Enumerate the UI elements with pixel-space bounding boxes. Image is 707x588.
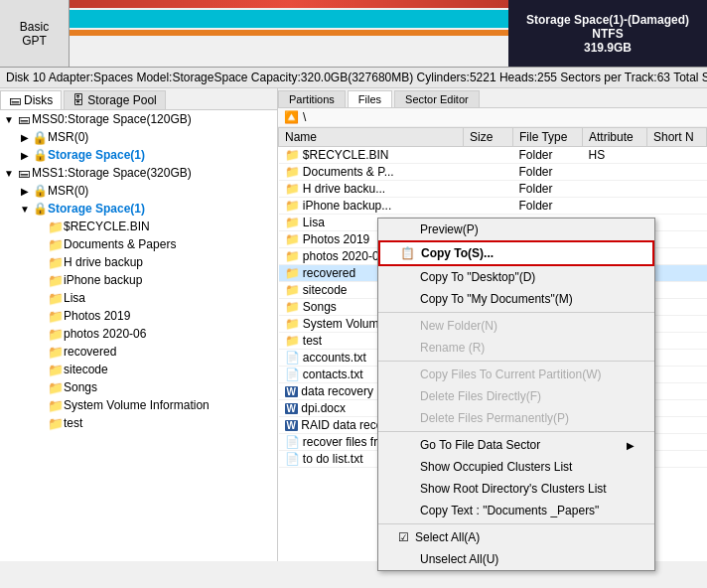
tree-item-srecycle[interactable]: 📁 $RECYCLE.BIN — [0, 218, 277, 235]
breadcrumb: 🔼 \ — [278, 108, 707, 127]
file-type: Folder — [513, 147, 583, 164]
main-layout: 🖴 Disks 🗄 Storage Pool ▼ 🖴 MSS0:Storage … — [0, 88, 707, 561]
submenu-arrow-icon: ▶ — [627, 440, 635, 451]
tree-label-photos2019: Photos 2019 — [64, 309, 130, 323]
ctx-item-goto_sector[interactable]: Go To File Data Sector▶ — [378, 434, 654, 456]
folder-icon-photos202006: 📁 — [48, 326, 64, 342]
col-size[interactable]: Size — [464, 128, 513, 147]
tree-item-iphonebackup[interactable]: 📁 iPhone backup — [0, 271, 277, 289]
ctx-item-copy_mydocs[interactable]: Copy To "My Documents"(M) — [378, 288, 654, 310]
file-shortname — [647, 147, 707, 164]
folder-icon-hdrivebackup: 📁 — [48, 254, 64, 270]
tree-item-msr0[interactable]: ▶ 🔒 MSR(0) — [0, 128, 277, 146]
tree-label-lisa: Lisa — [64, 291, 85, 305]
folder-icon-docspapers: 📁 — [48, 236, 64, 252]
ctx-item-show_clusters[interactable]: Show Occupied Clusters List — [378, 456, 654, 478]
ctx-label: Unselect All(U) — [420, 552, 498, 566]
ctx-item-copy_text[interactable]: Copy Text : "Documents _Papers" — [378, 500, 654, 521]
file-attr: HS — [583, 147, 647, 164]
disk-partition-type: GPT — [22, 34, 47, 48]
file-shortname — [647, 417, 707, 434]
tree-label-msr1: MSR(0) — [48, 184, 88, 198]
tab-files[interactable]: Files — [348, 90, 392, 107]
disk-visual — [70, 0, 508, 67]
tree-label-ss1: Storage Space(1) — [48, 148, 145, 162]
table-row[interactable]: 📁 iPhone backup... Folder — [279, 198, 707, 215]
toggle-msr1[interactable]: ▶ — [18, 186, 32, 197]
tab-sector-editor[interactable]: Sector Editor — [394, 90, 480, 107]
select-all-icon: ☑ — [398, 530, 409, 544]
file-attr — [583, 198, 647, 215]
toggle-mss0[interactable]: ▼ — [2, 114, 16, 125]
tree-item-hdrivebackup[interactable]: 📁 H drive backup — [0, 253, 277, 271]
table-row[interactable]: 📁 H drive backu... Folder — [279, 181, 707, 198]
tree-item-sitecode[interactable]: 📁 sitecode — [0, 361, 277, 378]
tree-item-ss1[interactable]: ▶ 🔒 Storage Space(1) — [0, 146, 277, 164]
file-shortname — [647, 434, 707, 451]
file-name[interactable]: 📁 $RECYCLE.BIN — [279, 147, 464, 164]
col-name[interactable]: Name — [279, 128, 464, 147]
ctx-label: Copy To "Desktop"(D) — [420, 270, 535, 284]
ctx-item-preview[interactable]: Preview(P) — [378, 219, 654, 240]
tree-item-photos2019[interactable]: 📁 Photos 2019 — [0, 307, 277, 325]
ctx-label: Show Root Directory's Clusters List — [420, 482, 607, 496]
file-name[interactable]: 📁 Documents & P... — [279, 164, 464, 181]
folder-icon-recovered: 📁 — [48, 344, 64, 360]
tree-item-mss0[interactable]: ▼ 🖴 MSS0:Storage Space(120GB) — [0, 110, 277, 128]
tree-item-lisa[interactable]: 📁 Lisa — [0, 289, 277, 307]
file-name[interactable]: 📁 iPhone backup... — [279, 198, 464, 215]
file-type: Folder — [513, 164, 583, 181]
tree-item-mss1[interactable]: ▼ 🖴 MSS1:Storage Space(320GB) — [0, 164, 277, 182]
tree-item-recovered[interactable]: 📁 recovered — [0, 343, 277, 361]
file-shortname — [647, 367, 707, 383]
tree-label-recovered: recovered — [64, 345, 116, 359]
file-shortname — [647, 299, 707, 316]
folder-icon-photos2019: 📁 — [48, 308, 64, 324]
toggle-ss1[interactable]: ▶ — [18, 150, 32, 161]
ctx-item-unselect_all[interactable]: Unselect All(U) — [378, 548, 654, 570]
tab-storage-pool[interactable]: 🗄 Storage Pool — [64, 90, 165, 109]
ctx-item-select_all[interactable]: ☑Select All(A) — [378, 526, 654, 548]
ctx-item-copy_desktop[interactable]: Copy To "Desktop"(D) — [378, 266, 654, 288]
tree-item-songs[interactable]: 📁 Songs — [0, 378, 277, 396]
toggle-mss1[interactable]: ▼ — [2, 168, 16, 179]
ctx-label: Go To File Data Sector — [420, 438, 540, 452]
ctx-item-show_root[interactable]: Show Root Directory's Clusters List — [378, 478, 654, 500]
file-shortname — [647, 215, 707, 231]
toggle-ss1b[interactable]: ▼ — [18, 204, 32, 215]
tab-partitions[interactable]: Partitions — [278, 90, 346, 107]
tree-label-sysvolinfo: System Volume Information — [64, 398, 210, 412]
ctx-label: Preview(P) — [420, 222, 479, 236]
tab-disks[interactable]: 🖴 Disks — [0, 90, 62, 109]
tree-item-ss1b[interactable]: ▼ 🔒 Storage Space(1) — [0, 200, 277, 218]
ctx-label: Delete Files Directly(F) — [420, 389, 541, 403]
tree-label-docspapers: Documents & Papers — [64, 237, 176, 251]
ctx-item-new_folder: New Folder(N) — [378, 315, 654, 337]
ctx-label: Copy To "My Documents"(M) — [420, 292, 573, 306]
file-attr — [583, 164, 647, 181]
tree-item-sysvolinfo[interactable]: 📁 System Volume Information — [0, 396, 277, 414]
file-size — [464, 181, 513, 198]
file-shortname — [647, 383, 707, 400]
file-shortname — [647, 316, 707, 333]
toggle-msr0[interactable]: ▶ — [18, 132, 32, 143]
tree-item-test[interactable]: 📁 test — [0, 414, 277, 432]
tree-item-docspapers[interactable]: 📁 Documents & Papers — [0, 235, 277, 253]
table-row[interactable]: 📁 Documents & P... Folder — [279, 164, 707, 181]
col-filetype[interactable]: File Type — [513, 128, 583, 147]
breadcrumb-path: \ — [303, 110, 306, 124]
tree-item-msr1[interactable]: ▶ 🔒 MSR(0) — [0, 182, 277, 200]
tree-label-srecycle: $RECYCLE.BIN — [64, 220, 150, 233]
ctx-item-copyto[interactable]: 📋Copy To(S)... — [378, 240, 654, 266]
folder-icon-lisa: 📁 — [48, 290, 64, 306]
disk-tree: ▼ 🖴 MSS0:Storage Space(120GB) ▶ 🔒 MSR(0)… — [0, 110, 277, 432]
partition-icon-ss1b: 🔒 — [32, 201, 48, 217]
table-row[interactable]: 📁 $RECYCLE.BIN Folder HS — [279, 147, 707, 164]
ctx-item-copy_current: Copy Files To Current Partition(W) — [378, 364, 654, 385]
folder-icon-sitecode: 📁 — [48, 362, 64, 377]
col-attribute[interactable]: Attribute — [583, 128, 647, 147]
tree-item-photos202006[interactable]: 📁 photos 2020-06 — [0, 325, 277, 343]
up-icon[interactable]: 🔼 — [284, 110, 299, 124]
col-shortname[interactable]: Short N — [647, 128, 707, 147]
file-name[interactable]: 📁 H drive backu... — [279, 181, 464, 198]
